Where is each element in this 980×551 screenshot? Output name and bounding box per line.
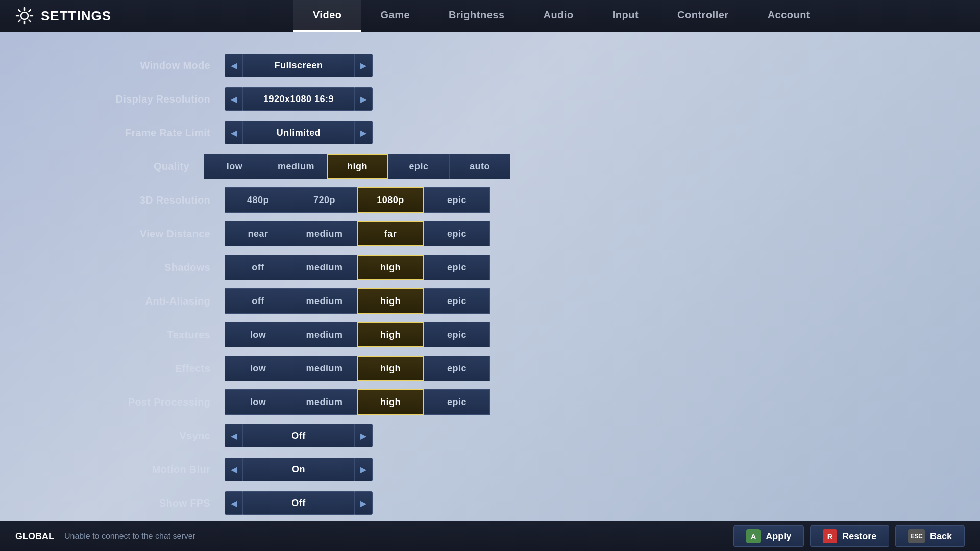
fx-epic[interactable]: epic	[424, 356, 490, 381]
svg-line-6	[29, 20, 31, 22]
tab-game[interactable]: Game	[361, 0, 429, 32]
display-resolution-next[interactable]: ▶	[354, 87, 373, 111]
pp-medium[interactable]: medium	[291, 389, 357, 415]
tab-controller[interactable]: Controller	[658, 0, 748, 32]
window-mode-next[interactable]: ▶	[354, 54, 373, 77]
vd-medium[interactable]: medium	[291, 221, 357, 246]
frame-rate-next[interactable]: ▶	[354, 121, 373, 144]
post-processing-label: Post Processing	[71, 396, 225, 408]
aa-off[interactable]: off	[225, 288, 291, 314]
vsync-row: Vsync ◀ Off ▶	[71, 422, 510, 449]
display-resolution-prev[interactable]: ◀	[225, 87, 243, 111]
textures-row: Textures low medium high epic	[71, 321, 510, 348]
quality-low[interactable]: low	[204, 154, 265, 179]
pp-low[interactable]: low	[225, 389, 291, 415]
vsync-label: Vsync	[71, 430, 225, 442]
quality-epic[interactable]: epic	[388, 154, 449, 179]
tex-low[interactable]: low	[225, 322, 291, 347]
motion-blur-label: Motion Blur	[71, 464, 225, 475]
motion-blur-prev[interactable]: ◀	[225, 458, 243, 481]
tab-brightness[interactable]: Brightness	[429, 0, 524, 32]
res-720p[interactable]: 720p	[291, 187, 357, 213]
anti-aliasing-options: off medium high epic	[225, 288, 490, 314]
back-button[interactable]: ESC Back	[895, 525, 965, 547]
anti-aliasing-label: Anti-Aliasing	[71, 295, 225, 307]
textures-label: Textures	[71, 329, 225, 341]
nav-tabs: Video Game Brightness Audio Input Contro…	[143, 0, 980, 32]
svg-line-5	[18, 10, 20, 12]
svg-line-8	[18, 20, 20, 22]
window-mode-prev[interactable]: ◀	[225, 54, 243, 77]
vsync-prev[interactable]: ◀	[225, 424, 243, 447]
vd-near[interactable]: near	[225, 221, 291, 246]
pp-high[interactable]: high	[357, 389, 424, 415]
fx-high[interactable]: high	[357, 356, 424, 381]
show-fps-prev[interactable]: ◀	[225, 491, 243, 515]
restore-button[interactable]: R Restore	[810, 525, 889, 547]
window-mode-label: Window Mode	[71, 60, 225, 71]
apply-button[interactable]: A Apply	[733, 525, 804, 547]
restore-key-badge: R	[823, 529, 837, 543]
vd-far[interactable]: far	[357, 221, 424, 246]
vsync-value: Off	[243, 424, 354, 447]
aa-epic[interactable]: epic	[424, 288, 490, 314]
quality-auto[interactable]: auto	[449, 154, 510, 179]
shadows-high[interactable]: high	[357, 255, 424, 280]
status-message: Unable to connect to the chat server	[64, 532, 195, 541]
quality-high[interactable]: high	[327, 154, 388, 179]
quality-medium[interactable]: medium	[265, 154, 327, 179]
effects-options: low medium high epic	[225, 356, 490, 381]
window-mode-row: Window Mode ◀ Fullscreen ▶	[71, 52, 510, 79]
tex-medium[interactable]: medium	[291, 322, 357, 347]
display-resolution-label: Display Resolution	[71, 93, 225, 105]
display-resolution-selector: ◀ 980x551 16:9 ▶	[225, 87, 373, 111]
motion-blur-next[interactable]: ▶	[354, 458, 373, 481]
aa-medium[interactable]: medium	[291, 288, 357, 314]
tab-input[interactable]: Input	[593, 0, 658, 32]
vd-epic[interactable]: epic	[424, 221, 490, 246]
effects-row: Effects low medium high epic	[71, 355, 510, 382]
vsync-next[interactable]: ▶	[354, 424, 373, 447]
aa-high[interactable]: high	[357, 288, 424, 314]
show-fps-label: Show FPS	[71, 497, 225, 509]
fx-low[interactable]: low	[225, 356, 291, 381]
quality-row: Quality low medium high epic auto	[71, 153, 510, 180]
motion-blur-row: Motion Blur ◀ On ▶	[71, 456, 510, 483]
res-epic[interactable]: epic	[424, 187, 490, 213]
gear-icon	[15, 7, 34, 25]
post-processing-row: Post Processing low medium high epic	[71, 389, 510, 415]
res-480p[interactable]: 480p	[225, 187, 291, 213]
tab-audio[interactable]: Audio	[524, 0, 593, 32]
svg-line-7	[29, 10, 31, 12]
res-1080p[interactable]: 1080p	[357, 187, 424, 213]
fx-medium[interactable]: medium	[291, 356, 357, 381]
show-fps-selector: ◀ Off ▶	[225, 491, 373, 515]
display-resolution-row: Display Resolution ◀ 980x551 16:9 ▶	[71, 86, 510, 112]
top-bar: Settings Video Game Brightness Audio Inp…	[0, 0, 980, 32]
view-distance-row: View Distance near medium far epic	[71, 220, 510, 247]
shadows-off[interactable]: off	[225, 255, 291, 280]
frame-rate-label: Frame Rate Limit	[71, 127, 225, 139]
frame-rate-prev[interactable]: ◀	[225, 121, 243, 144]
tex-high[interactable]: high	[357, 322, 424, 347]
svg-point-0	[21, 12, 28, 19]
3d-resolution-options: 480p 720p 1080p epic	[225, 187, 490, 213]
display-resolution-value: 980x551 16:9	[243, 87, 354, 111]
tab-video[interactable]: Video	[293, 0, 361, 32]
shadows-epic[interactable]: epic	[424, 255, 490, 280]
3d-resolution-row: 3D Resolution 480p 720p 1080p epic	[71, 187, 510, 213]
shadows-medium[interactable]: medium	[291, 255, 357, 280]
pp-epic[interactable]: epic	[424, 389, 490, 415]
quality-label: Quality	[71, 161, 204, 172]
back-key-badge: ESC	[908, 529, 925, 543]
tex-epic[interactable]: epic	[424, 322, 490, 347]
settings-title: Settings	[41, 8, 111, 24]
show-fps-next[interactable]: ▶	[354, 491, 373, 515]
bottom-bar: Global Unable to connect to the chat ser…	[0, 521, 980, 551]
global-label: Global	[15, 531, 54, 542]
view-distance-options: near medium far epic	[225, 221, 490, 246]
settings-logo: Settings	[0, 7, 143, 25]
tab-account[interactable]: Account	[748, 0, 830, 32]
apply-label: Apply	[766, 531, 791, 542]
shadows-row: Shadows off medium high epic	[71, 254, 510, 281]
